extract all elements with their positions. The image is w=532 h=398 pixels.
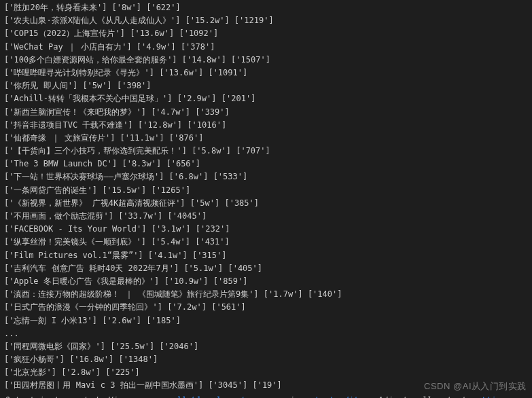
- title-cell: COP15（2022）上海宣传片: [4, 29, 125, 38]
- title-cell: 日式广告的浪漫《一分钟的四季轮回》: [4, 302, 162, 312]
- count-cell: 1092: [179, 29, 218, 38]
- output-row: 胜加20年，转身看未来 8w 622: [4, 1, 532, 14]
- output-row: 忘情一刻 I 小米13 2.6w 185: [4, 314, 532, 327]
- views-cell: 5.1w: [183, 264, 223, 273]
- title-cell: 纵享丝滑！完美镜头《一顺到底》: [4, 237, 146, 247]
- output-row: 田园村居图丨用 Mavi c 3 拍出一副中国水墨画 3045 19: [4, 379, 532, 392]
- output-row: 农夫山泉·茶派X陆仙人《从凡人走成仙人》 15.2w 1219: [4, 14, 532, 27]
- count-cell: 707: [236, 146, 270, 156]
- scrollable-link[interactable]: scrollable element: [156, 395, 245, 398]
- views-cell: 33.7w: [118, 211, 162, 221]
- title-cell: 下一站！世界杯决赛球场——卢塞尔球场: [4, 172, 164, 181]
- title-cell: Apple 冬日暖心广告《我是最棒的》: [4, 276, 159, 286]
- output-row: 北京光影 2.8w 225: [4, 366, 532, 379]
- title-cell: 你所见 即人间: [4, 81, 77, 90]
- output-row: Achill-转转「我根本不关心中国足球」 2.9w 201: [4, 92, 532, 105]
- count-cell: 622: [146, 3, 181, 12]
- trunc-suf1: . Adjust cell output: [368, 395, 471, 398]
- views-cell: 7.2w: [167, 302, 207, 312]
- title-cell: FACEBOOK - Its Your World: [4, 224, 147, 234]
- count-cell: 378: [181, 42, 215, 52]
- count-cell: 225: [105, 367, 140, 377]
- title-cell: 疯狂小杨哥: [4, 355, 65, 364]
- count-cell: 1348: [118, 355, 158, 364]
- output-row: COP15（2022）上海宣传片 13.6w 1092: [4, 27, 532, 40]
- views-cell: 13.6w: [130, 29, 174, 38]
- views-cell: 5w: [82, 81, 111, 90]
- settings-link[interactable]: settings: [470, 395, 510, 398]
- cell-output: 胜加20年，转身看未来 8w 622农夫山泉·茶派X陆仙人《从凡人走成仙人》 1…: [4, 1, 532, 393]
- output-row: 你所见 即人间 5w 398: [4, 79, 532, 92]
- views-cell: 11.1w: [120, 133, 164, 143]
- title-cell: The 3 BMW Launch DC: [4, 159, 117, 168]
- text-editor-link[interactable]: text editor: [313, 395, 367, 398]
- output-row: 不用画面，做个励志混剪 33.7w 4045: [4, 210, 532, 223]
- views-cell: 2.9w: [177, 94, 217, 103]
- title-cell: 吉利汽车 创意广告 耗时40天 2022年7月: [4, 264, 179, 273]
- views-cell: 14.8w: [182, 55, 226, 65]
- title-cell: 滇西：连接万物的超级阶梯！ ｜ 《围城随笔》旅行纪录片第9集: [4, 289, 259, 299]
- output-row: 仙都奇缘 ｜ 文旅宣传片 11.1w 876: [4, 132, 532, 145]
- count-cell: 876: [169, 133, 204, 143]
- count-cell: 315: [192, 251, 227, 260]
- title-cell: 《新视界，新世界》 广视4K超高清视频征评: [4, 198, 185, 208]
- title-cell: 抖音非遗项目TVC 千载不难逢: [4, 120, 133, 130]
- output-row: 同程网微电影《回家》 25.5w 2046: [4, 340, 532, 353]
- count-cell: 2046: [159, 342, 198, 351]
- count-cell: 4045: [167, 211, 207, 221]
- title-cell: 胜加20年，转身看未来: [4, 3, 107, 12]
- count-cell: 533: [213, 172, 248, 181]
- views-cell: 5w: [190, 198, 219, 208]
- count-cell: 140: [308, 289, 342, 299]
- views-cell: 2.6w: [102, 316, 141, 325]
- trunc-prefix: Output is truncated. View as a: [4, 395, 156, 398]
- count-cell: 1091: [208, 68, 247, 77]
- count-cell: 656: [166, 159, 200, 168]
- views-cell: 3.1w: [152, 224, 191, 234]
- output-row: 哔哩哔哩寻光计划特别纪录《寻光》 13.6w 1091: [4, 67, 532, 79]
- count-cell: 561: [211, 302, 246, 312]
- output-row: 抖音非遗项目TVC 千载不难逢 12.8w 1016: [4, 119, 532, 132]
- count-cell: 19: [252, 380, 281, 390]
- count-cell: 1219: [234, 16, 274, 25]
- count-cell: 339: [195, 107, 230, 117]
- output-row: WeChat Pay ｜ 小店自有力 4.9w 378: [4, 41, 532, 54]
- output-row: FACEBOOK - Its Your World 3.1w 232: [4, 223, 532, 236]
- title-cell: 田园村居图丨用 Mavi c 3 拍出一副中国水墨画: [4, 380, 203, 390]
- output-row: ...: [4, 327, 532, 340]
- title-cell: 哔哩哔哩寻光计划特别纪录《寻光》: [4, 68, 154, 77]
- title-cell: 不用画面，做个励志混剪: [4, 211, 113, 221]
- title-cell: 忘情一刻 I 小米13: [4, 316, 97, 325]
- output-row: 疯狂小杨哥 16.8w 1348: [4, 353, 532, 366]
- views-cell: 5.8w: [192, 146, 231, 156]
- title-cell: 一条网贷广告的诞生: [4, 185, 97, 195]
- views-cell: 8.3w: [122, 159, 161, 168]
- output-row: 吉利汽车 创意广告 耗时40天 2022年7月 5.1w 405: [4, 262, 532, 275]
- truncation-notice: Output is truncated. View as a scrollabl…: [4, 394, 532, 398]
- title-cell: 【干货向】三个小技巧，帮你选到完美配乐！: [4, 146, 187, 156]
- count-cell: 1265: [151, 185, 190, 195]
- trunc-mid: or open in a: [245, 395, 313, 398]
- views-cell: 4.7w: [151, 107, 190, 117]
- title-cell: 新西兰脑洞宣传！《来吧我的梦》: [4, 107, 146, 117]
- output-row: The 3 BMW Launch DC 8.3w 656: [4, 158, 532, 170]
- title-cell: 农夫山泉·茶派X陆仙人《从凡人走成仙人》: [4, 16, 180, 25]
- views-cell: 4.1w: [148, 251, 188, 260]
- views-cell: 5.4w: [151, 237, 190, 247]
- count-cell: 1507: [231, 55, 270, 65]
- count-cell: 398: [117, 81, 152, 90]
- views-cell: 3045: [208, 380, 247, 390]
- count-cell: 405: [228, 264, 262, 273]
- title-cell: Film Pictures vol.1“晨雾”: [4, 251, 143, 260]
- views-cell: 15.5w: [102, 185, 146, 195]
- count-cell: 431: [195, 237, 230, 247]
- count-cell: 385: [224, 198, 259, 208]
- views-cell: 2.8w: [61, 367, 101, 377]
- output-row: 《新视界，新世界》 广视4K超高清视频征评 5w 385: [4, 197, 532, 210]
- output-row: 100多个白嫖资源网站，给你最全套的服务 14.8w 1507: [4, 54, 532, 67]
- views-cell: 13.6w: [159, 68, 203, 77]
- views-cell: 6.8w: [169, 172, 209, 181]
- trunc-suf2: ...: [510, 395, 525, 398]
- count-cell: 1016: [187, 120, 226, 130]
- output-row: 下一站！世界杯决赛球场——卢塞尔球场 6.8w 533: [4, 170, 532, 183]
